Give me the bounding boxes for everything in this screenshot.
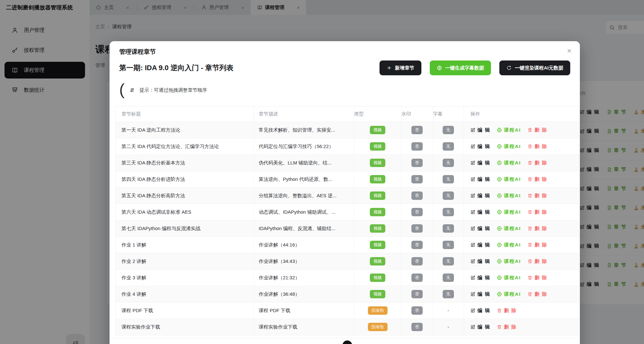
generate-subtitles-button[interactable]: 一键生成字幕数据 bbox=[430, 60, 491, 75]
subtitle-badge: 无 bbox=[443, 191, 454, 200]
chapter-title: 作业 1 讲解 bbox=[116, 237, 254, 253]
edit-icon bbox=[470, 127, 476, 133]
edit-button[interactable]: 编 辑 bbox=[470, 193, 490, 199]
cpu-icon bbox=[497, 144, 502, 149]
watermark-badge: 否 bbox=[411, 241, 423, 249]
chapter-row[interactable]: 第五天 IDA 静态分析高阶方法 分组算法逆向、整数溢出、AES 逆... 视频… bbox=[116, 188, 579, 204]
chapter-title: 课程 PDF 下载 bbox=[116, 302, 254, 319]
course-ai-button[interactable]: 课程AI bbox=[497, 242, 521, 248]
render-course-ai-button[interactable]: 一键渲染课程AI元数据 bbox=[499, 60, 570, 75]
header-subtitle: 字幕 bbox=[433, 107, 464, 122]
footer-fab-button[interactable] bbox=[342, 340, 352, 344]
watermark-badge: 否 bbox=[411, 224, 423, 233]
screen: 二进制磨剑播放器管理系统 主页 × | 授权管理 × | bbox=[0, 0, 644, 344]
trash-icon bbox=[527, 160, 533, 165]
delete-button[interactable]: 删 除 bbox=[527, 242, 547, 248]
edit-button[interactable]: 编 辑 bbox=[470, 176, 490, 182]
delete-button[interactable]: 删 除 bbox=[527, 275, 547, 281]
edit-icon bbox=[470, 177, 476, 182]
course-ai-button[interactable]: 课程AI bbox=[497, 226, 521, 232]
chapter-desc: IDAPython 编程、反混淆、辅助结... bbox=[254, 220, 354, 237]
tip-text: 提示：可通过拖拽调整章节顺序 bbox=[139, 87, 207, 93]
delete-button[interactable]: 删 除 bbox=[497, 308, 517, 314]
trash-icon bbox=[527, 127, 533, 133]
add-chapter-button[interactable]: 新增章节 bbox=[380, 60, 421, 75]
modal-title: 管理课程章节 bbox=[119, 48, 156, 56]
type-badge: 视频 bbox=[370, 257, 385, 265]
watermark-badge: 否 bbox=[411, 142, 423, 151]
course-ai-button[interactable]: 课程AI bbox=[497, 176, 521, 182]
delete-button[interactable]: 删 除 bbox=[497, 324, 517, 330]
course-ai-button[interactable]: 课程AI bbox=[497, 275, 521, 281]
type-badge: 视频 bbox=[370, 290, 385, 298]
trash-icon bbox=[527, 259, 533, 264]
watermark-badge: 否 bbox=[411, 208, 423, 216]
course-ai-button[interactable]: 课程AI bbox=[497, 258, 521, 265]
course-ai-button[interactable]: 课程AI bbox=[497, 193, 521, 199]
delete-button[interactable]: 删 除 bbox=[527, 127, 547, 133]
cpu-icon bbox=[497, 209, 502, 215]
chapter-row[interactable]: 第四天 IDA 静态分析进阶方法 算法逆向、Python 代码还原、数... 视… bbox=[116, 171, 579, 188]
type-badge: 视频 bbox=[370, 224, 385, 233]
edit-button[interactable]: 编 辑 bbox=[470, 160, 490, 166]
delete-button[interactable]: 删 除 bbox=[527, 176, 547, 182]
chapter-list-heading: 第一期: IDA 9.0 逆向入门 - 章节列表 bbox=[119, 63, 234, 73]
drag-tip: ( 提示：可通过拖拽调整章节顺序 bbox=[119, 82, 207, 98]
edit-button[interactable]: 编 辑 bbox=[470, 209, 490, 215]
edit-button[interactable]: 编 辑 bbox=[470, 275, 490, 281]
modal-close-icon[interactable]: × bbox=[566, 46, 573, 56]
cpu-icon bbox=[497, 242, 502, 247]
edit-icon bbox=[470, 226, 476, 231]
chapter-row[interactable]: 第六天 IDA 动态调试非标准 AES 动态调试、IDAPython 辅助调试、… bbox=[116, 204, 579, 220]
course-ai-button[interactable]: 课程AI bbox=[497, 291, 521, 297]
cpu-icon bbox=[437, 65, 442, 70]
course-ai-button[interactable]: 课程AI bbox=[497, 209, 521, 215]
chapter-title: 第二天 IDA 代码定位方法论、汇编学习方法论 bbox=[116, 138, 254, 155]
edit-button[interactable]: 编 辑 bbox=[470, 144, 490, 150]
chapter-row[interactable]: 作业 2 讲解 作业讲解（34:43） 视频 否 无 编 辑 bbox=[116, 253, 579, 270]
trash-icon bbox=[497, 324, 502, 330]
subtitle-badge: 无 bbox=[443, 175, 454, 183]
chapter-row[interactable]: 课程 PDF 下载 课程 PDF 下载 压缩包 否 - 编 辑 bbox=[116, 302, 579, 319]
delete-button[interactable]: 删 除 bbox=[527, 144, 547, 150]
subtitle-badge: 无 bbox=[443, 241, 454, 249]
chapter-row[interactable]: 第二天 IDA 代码定位方法论、汇编学习方法论 代码定位与汇编学习技巧（56:2… bbox=[116, 138, 579, 155]
edit-button[interactable]: 编 辑 bbox=[470, 258, 490, 265]
subtitle-badge: 无 bbox=[443, 257, 454, 265]
delete-button[interactable]: 删 除 bbox=[527, 291, 547, 297]
chapter-row[interactable]: 第七天 IDAPython 编程与反混淆实战 IDAPython 编程、反混淆、… bbox=[116, 220, 579, 237]
edit-button[interactable]: 编 辑 bbox=[470, 324, 490, 330]
chapter-row[interactable]: 作业 3 讲解 作业讲解（21:32） 视频 否 无 编 辑 bbox=[116, 270, 579, 286]
edit-button[interactable]: 编 辑 bbox=[470, 127, 490, 133]
trash-icon bbox=[527, 226, 533, 231]
edit-icon bbox=[470, 308, 476, 313]
chapter-desc: 常见技术解析、知识管理、实操安... bbox=[254, 122, 354, 138]
chapter-row[interactable]: 第一天 IDA 逆向工程方法论 常见技术解析、知识管理、实操安... 视频 否 … bbox=[116, 122, 579, 138]
delete-button[interactable]: 删 除 bbox=[527, 160, 547, 166]
subtitle-badge: 无 bbox=[443, 208, 454, 216]
course-ai-button[interactable]: 课程AI bbox=[497, 127, 521, 133]
header-actions: 操作 bbox=[464, 107, 579, 122]
cpu-icon bbox=[497, 226, 502, 231]
edit-button[interactable]: 编 辑 bbox=[470, 291, 490, 297]
watermark-badge: 否 bbox=[411, 257, 423, 265]
edit-icon bbox=[470, 259, 476, 264]
edit-icon bbox=[470, 160, 476, 165]
delete-button[interactable]: 删 除 bbox=[527, 209, 547, 215]
edit-button[interactable]: 编 辑 bbox=[470, 226, 490, 232]
chapter-row[interactable]: 课程实验作业下载 课程实验作业下载 压缩包 否 - 编 辑 bbox=[116, 319, 579, 335]
watermark-badge: 否 bbox=[411, 175, 423, 183]
cpu-icon bbox=[497, 160, 502, 165]
delete-button[interactable]: 删 除 bbox=[527, 226, 547, 232]
delete-button[interactable]: 删 除 bbox=[527, 193, 547, 199]
delete-button[interactable]: 删 除 bbox=[527, 258, 547, 265]
course-ai-button[interactable]: 课程AI bbox=[497, 144, 521, 150]
course-ai-button[interactable]: 课程AI bbox=[497, 160, 521, 166]
chapter-row[interactable]: 第三天 IDA 静态分析基本方法 伪代码美化、LLM 辅助逆向、结... 视频 … bbox=[116, 155, 579, 171]
chapter-title: 第六天 IDA 动态调试非标准 AES bbox=[116, 204, 254, 220]
chapter-row[interactable]: 作业 4 讲解 作业讲解（36:48） 视频 否 无 编 辑 bbox=[116, 286, 579, 302]
type-badge: 视频 bbox=[370, 126, 385, 134]
edit-button[interactable]: 编 辑 bbox=[470, 242, 490, 248]
chapter-row[interactable]: 作业 1 讲解 作业讲解（44:16） 视频 否 无 编 辑 bbox=[116, 237, 579, 253]
edit-button[interactable]: 编 辑 bbox=[470, 308, 490, 314]
